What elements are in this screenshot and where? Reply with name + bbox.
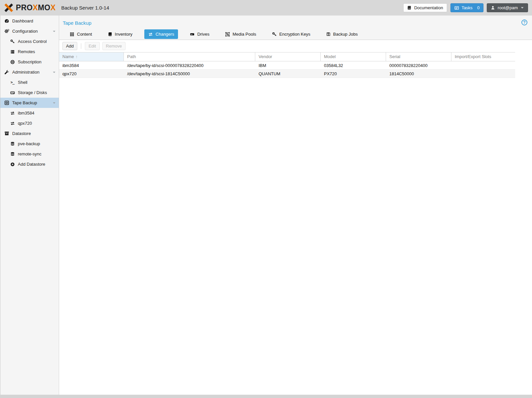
database-icon bbox=[10, 142, 15, 146]
exchange-icon bbox=[148, 32, 153, 37]
table-row[interactable]: ibm3584 /dev/tape/by-id/scsi-00000783282… bbox=[59, 61, 515, 70]
sidebar: Dashboard Configuration Access Control R… bbox=[0, 16, 59, 395]
sidebar-item-label: Remotes bbox=[18, 49, 35, 54]
sidebar-item-label: Add Datastore bbox=[18, 162, 45, 167]
sidebar-item-ibm3584[interactable]: ibm3584 bbox=[0, 108, 59, 118]
sidebar-item-storage-disks[interactable]: Storage / Disks bbox=[0, 87, 59, 98]
page-title: Tape Backup bbox=[63, 20, 91, 26]
table-row[interactable]: qpx720 /dev/tape/by-id/scsi-1814C50000 Q… bbox=[59, 70, 515, 78]
tab-backup-jobs[interactable]: Backup Jobs bbox=[322, 29, 362, 39]
drive-icon bbox=[190, 32, 195, 37]
grid-icon bbox=[70, 32, 74, 37]
plus-circle-icon bbox=[10, 162, 15, 167]
brand-wordmark: PROXMOX bbox=[16, 3, 55, 12]
column-header-import-export-slots[interactable]: Import/Export Slots bbox=[451, 52, 515, 61]
proxmox-logo: PROXMOX Backup Server 1.0-14 bbox=[4, 3, 109, 13]
tab-content[interactable]: Content bbox=[66, 29, 96, 39]
cell-vendor: QUANTUM bbox=[255, 70, 321, 78]
window-bottom-edge bbox=[0, 395, 532, 398]
save-icon bbox=[326, 32, 331, 36]
sidebar-item-label: Configuration bbox=[12, 29, 38, 34]
sidebar-item-shell[interactable]: >_ Shell bbox=[0, 77, 59, 87]
changers-table: Name↑ Path Vendor Model Serial Import/Ex… bbox=[59, 52, 515, 78]
cell-model: PX720 bbox=[321, 70, 386, 78]
sidebar-item-subscription[interactable]: Subscription bbox=[0, 57, 59, 67]
add-button[interactable]: Add bbox=[62, 42, 77, 50]
sidebar-item-label: pve-backup bbox=[18, 141, 40, 146]
table-header-row: Name↑ Path Vendor Model Serial Import/Ex… bbox=[59, 52, 515, 61]
sidebar-item-label: Shell bbox=[18, 80, 27, 85]
cell-path: /dev/tape/by-id/scsi-1814C50000 bbox=[124, 70, 255, 78]
exchange-icon bbox=[10, 121, 15, 126]
sidebar-item-dashboard[interactable]: Dashboard bbox=[0, 16, 59, 26]
sidebar-item-label: Dashboard bbox=[12, 18, 33, 23]
tasks-button[interactable]: Tasks 0 bbox=[450, 3, 483, 12]
sort-ascending-icon: ↑ bbox=[76, 54, 78, 59]
terminal-icon: >_ bbox=[10, 80, 15, 84]
cell-serial: 0000078328220400 bbox=[386, 61, 451, 69]
column-header-vendor[interactable]: Vendor bbox=[255, 52, 321, 61]
sidebar-item-label: ibm3584 bbox=[18, 111, 34, 116]
user-menu-button[interactable]: root@pam bbox=[487, 3, 528, 12]
cell-name: ibm3584 bbox=[59, 61, 124, 69]
sidebar-item-datastore[interactable]: Datastore bbox=[0, 128, 59, 139]
remove-button[interactable]: Remove bbox=[102, 42, 125, 50]
tape-icon bbox=[4, 100, 10, 105]
cell-serial: 1814C50000 bbox=[386, 70, 451, 78]
sidebar-item-label: Access Control bbox=[18, 39, 47, 44]
user-icon bbox=[491, 6, 495, 10]
column-header-path[interactable]: Path bbox=[124, 52, 255, 61]
tab-changers[interactable]: Changers bbox=[144, 29, 178, 39]
chevron-down-icon[interactable] bbox=[53, 71, 56, 74]
sidebar-item-administration[interactable]: Administration bbox=[0, 67, 59, 77]
tab-drives[interactable]: Drives bbox=[186, 29, 213, 39]
column-header-name[interactable]: Name↑ bbox=[59, 52, 124, 61]
wrench-icon bbox=[4, 70, 10, 75]
object-group-icon bbox=[225, 32, 230, 37]
sidebar-item-remote-sync[interactable]: remote-sync bbox=[0, 149, 59, 159]
sidebar-item-pve-backup[interactable]: pve-backup bbox=[0, 139, 59, 149]
cell-slots bbox=[451, 70, 515, 78]
documentation-button[interactable]: Documentation bbox=[403, 3, 447, 12]
archive-icon bbox=[4, 131, 10, 136]
sidebar-item-tape-backup[interactable]: Tape Backup bbox=[0, 98, 59, 108]
help-icon[interactable]: ? bbox=[521, 19, 527, 25]
content-header: Tape Backup ? Content Inventory bbox=[59, 16, 532, 40]
sidebar-item-label: qpx720 bbox=[18, 121, 32, 126]
sidebar-item-add-datastore[interactable]: Add Datastore bbox=[0, 159, 59, 169]
tab-media-pools[interactable]: Media Pools bbox=[221, 29, 260, 39]
sidebar-item-label: Subscription bbox=[18, 59, 42, 64]
dashboard-icon bbox=[4, 18, 10, 23]
sidebar-item-remotes[interactable]: Remotes bbox=[0, 47, 59, 57]
product-version: Backup Server 1.0-14 bbox=[61, 5, 109, 11]
chevron-down-icon[interactable] bbox=[53, 30, 56, 33]
tab-encryption-keys[interactable]: Encryption Keys bbox=[268, 29, 314, 39]
sidebar-item-label: Datastore bbox=[12, 131, 31, 136]
tasks-count-badge: 0 bbox=[477, 5, 479, 10]
sidebar-item-label: remote-sync bbox=[18, 151, 42, 156]
column-header-model[interactable]: Model bbox=[321, 52, 386, 61]
sidebar-item-label: Storage / Disks bbox=[18, 90, 47, 95]
sidebar-item-qpx720[interactable]: qpx720 bbox=[0, 118, 59, 128]
chevron-down-icon[interactable] bbox=[53, 101, 56, 105]
database-icon bbox=[10, 152, 15, 156]
cell-vendor: IBM bbox=[255, 61, 321, 69]
sidebar-item-access-control[interactable]: Access Control bbox=[0, 36, 59, 47]
top-bar: PROXMOX Backup Server 1.0-14 Documentati… bbox=[0, 0, 532, 16]
column-header-serial[interactable]: Serial bbox=[386, 52, 451, 61]
edit-button[interactable]: Edit bbox=[85, 42, 99, 50]
cell-path: /dev/tape/by-id/scsi-0000078328220400 bbox=[124, 61, 255, 69]
cell-model: 03584L32 bbox=[321, 61, 386, 69]
toolbar-separator bbox=[81, 43, 81, 49]
book-icon bbox=[108, 32, 112, 36]
sidebar-item-label: Administration bbox=[12, 70, 39, 75]
gears-icon bbox=[4, 29, 10, 34]
task-list-icon bbox=[454, 6, 459, 10]
tab-inventory[interactable]: Inventory bbox=[104, 29, 136, 39]
proxmox-x-mark-icon bbox=[4, 3, 14, 13]
tab-bar: Content Inventory Changers bbox=[59, 29, 532, 40]
toolbar: Add Edit Remove bbox=[59, 40, 532, 52]
key-icon bbox=[10, 39, 15, 44]
book-icon bbox=[407, 6, 411, 10]
sidebar-item-configuration[interactable]: Configuration bbox=[0, 26, 59, 36]
